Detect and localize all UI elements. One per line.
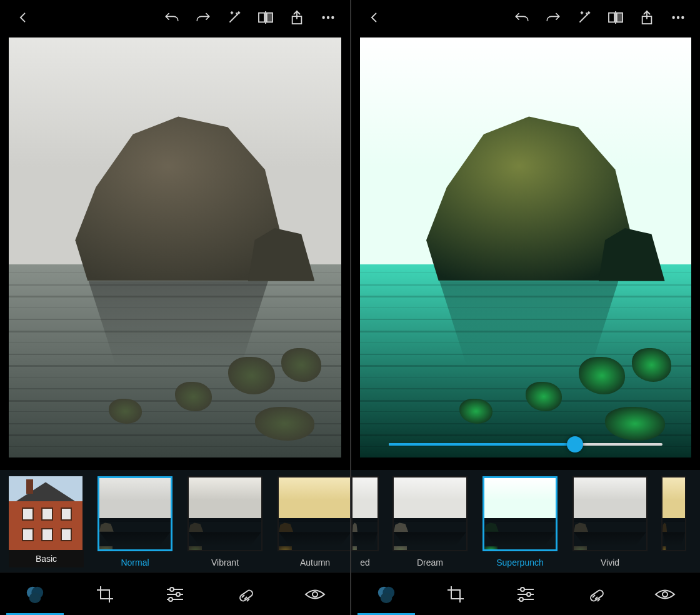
filters-tool-icon[interactable] xyxy=(16,577,54,612)
svg-line-38 xyxy=(592,595,595,598)
filter-category-label: Basic xyxy=(9,550,84,568)
svg-point-4 xyxy=(322,16,324,19)
svg-point-5 xyxy=(327,16,329,19)
bottom-toolbar xyxy=(0,572,350,615)
svg-point-32 xyxy=(521,588,524,591)
autofix-icon[interactable] xyxy=(571,4,598,31)
filter-item-vibrant[interactable]: Vibrant xyxy=(186,476,264,568)
svg-point-41 xyxy=(662,592,668,597)
adjust-tool-icon[interactable] xyxy=(507,577,544,612)
compare-icon[interactable] xyxy=(602,4,629,31)
filter-item-superpunch[interactable]: Superpunch xyxy=(481,476,559,568)
filter-item-normal[interactable]: Normal xyxy=(96,476,174,568)
filter-item-autumn[interactable]: Autumn xyxy=(276,476,350,568)
svg-point-6 xyxy=(331,16,334,19)
preview-image xyxy=(9,38,341,458)
filter-item-edge[interactable]: ed xyxy=(351,476,379,568)
svg-point-25 xyxy=(672,16,674,19)
preview-canvas[interactable] xyxy=(0,35,350,470)
filter-item-label: Autumn xyxy=(300,558,330,568)
svg-rect-0 xyxy=(259,13,264,22)
filter-strip[interactable]: Basic Normal Vibrant Autumn xyxy=(0,470,350,572)
editor-pane-right: ed Dream Superpunch Vivid xyxy=(350,0,700,615)
filter-strip[interactable]: ed Dream Superpunch Vivid xyxy=(351,470,700,572)
filter-item-label: Vibrant xyxy=(211,558,239,568)
compare-icon[interactable] xyxy=(252,4,279,31)
more-icon[interactable] xyxy=(315,4,341,31)
editor-pane-left: Basic Normal Vibrant Autumn xyxy=(0,0,350,615)
svg-line-17 xyxy=(242,595,244,598)
autofix-icon[interactable] xyxy=(221,4,248,31)
svg-point-34 xyxy=(527,592,531,596)
redeye-tool-icon[interactable] xyxy=(646,577,684,612)
svg-point-27 xyxy=(681,16,684,19)
undo-icon[interactable] xyxy=(509,4,535,31)
svg-rect-1 xyxy=(267,13,272,22)
svg-rect-16 xyxy=(239,589,254,602)
svg-point-36 xyxy=(519,598,523,601)
redeye-tool-icon[interactable] xyxy=(296,577,334,612)
svg-point-9 xyxy=(29,592,41,603)
back-icon[interactable] xyxy=(361,4,388,31)
filters-tool-icon[interactable] xyxy=(368,577,405,612)
svg-rect-37 xyxy=(589,589,604,602)
svg-rect-22 xyxy=(617,13,622,22)
back-icon[interactable] xyxy=(10,4,36,31)
filter-item-label: Superpunch xyxy=(496,558,544,568)
svg-point-30 xyxy=(380,592,392,603)
svg-point-11 xyxy=(170,588,174,591)
top-toolbar xyxy=(351,0,700,35)
share-icon[interactable] xyxy=(284,4,310,31)
redo-icon[interactable] xyxy=(540,4,566,31)
filter-item-label: Dream xyxy=(417,558,443,568)
crop-tool-icon[interactable] xyxy=(437,577,474,612)
preview-image xyxy=(360,38,691,458)
svg-rect-21 xyxy=(609,13,614,22)
heal-tool-icon[interactable] xyxy=(577,577,614,612)
undo-icon[interactable] xyxy=(159,4,185,31)
filter-item-label: Normal xyxy=(121,558,149,568)
svg-point-26 xyxy=(677,16,679,19)
filter-item-label: ed xyxy=(360,558,370,568)
filter-item-vivid[interactable]: Vivid xyxy=(571,476,649,568)
svg-point-15 xyxy=(169,598,172,601)
more-icon[interactable] xyxy=(665,4,691,31)
crop-tool-icon[interactable] xyxy=(86,577,124,612)
top-toolbar xyxy=(0,0,350,35)
svg-point-13 xyxy=(176,592,180,596)
preview-canvas[interactable] xyxy=(351,35,700,470)
redo-icon[interactable] xyxy=(190,4,216,31)
slider-thumb[interactable] xyxy=(567,436,583,452)
adjust-tool-icon[interactable] xyxy=(156,577,194,612)
filter-item-dream[interactable]: Dream xyxy=(391,476,469,568)
filter-category-basic[interactable]: Basic xyxy=(9,476,84,568)
bottom-toolbar xyxy=(351,572,700,615)
filter-item-partial[interactable] xyxy=(661,476,686,568)
heal-tool-icon[interactable] xyxy=(226,577,264,612)
svg-point-20 xyxy=(312,592,318,597)
filter-item-label: Vivid xyxy=(601,558,619,568)
intensity-slider[interactable] xyxy=(389,435,662,454)
share-icon[interactable] xyxy=(634,4,660,31)
